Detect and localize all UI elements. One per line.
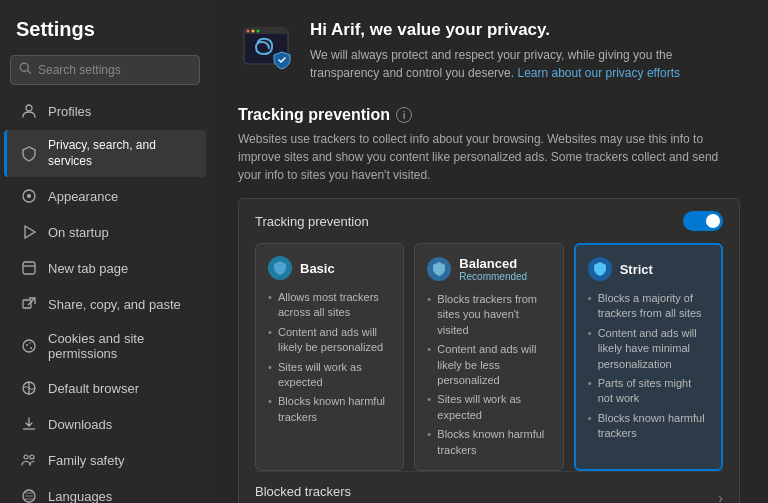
strict-bullet-2: Parts of sites might not work (588, 376, 709, 407)
sidebar-item-languages-label: Languages (48, 489, 112, 503)
tracking-toggle-label: Tracking prevention (255, 214, 369, 229)
balanced-bullet-0: Blocks trackers from sites you haven't v… (427, 292, 550, 338)
languages-icon (20, 487, 38, 503)
sidebar-item-cookies[interactable]: Cookies and site permissions (4, 323, 206, 369)
sidebar-item-downloads[interactable]: Downloads (4, 407, 206, 441)
balanced-bullets: Blocks trackers from sites you haven't v… (427, 292, 550, 458)
strict-bullet-0: Blocks a majority of trackers from all s… (588, 291, 709, 322)
hero-icon (238, 20, 294, 76)
sidebar-item-share[interactable]: Share, copy, and paste (4, 287, 206, 321)
profiles-icon (20, 102, 38, 120)
sidebar-item-startup-label: On startup (48, 225, 109, 240)
blocked-trackers-title: Blocked trackers (255, 484, 718, 499)
balanced-card-header: Balanced Recommended (427, 256, 550, 282)
strict-card-header: Strict (588, 257, 709, 281)
prevention-cards: Basic Allows most trackers across all si… (255, 243, 723, 471)
sidebar-item-appearance-label: Appearance (48, 189, 118, 204)
basic-card-header: Basic (268, 256, 391, 280)
balanced-title: Balanced (459, 256, 527, 271)
sidebar-item-family-label: Family safety (48, 453, 125, 468)
svg-point-13 (29, 342, 30, 343)
svg-rect-6 (23, 262, 35, 274)
sidebar-item-cookies-label: Cookies and site permissions (48, 331, 190, 361)
balanced-bullet-3: Blocks known harmful trackers (427, 427, 550, 458)
hero-description: We will always protect and respect your … (310, 46, 740, 82)
search-icon (19, 61, 32, 79)
svg-rect-27 (244, 28, 288, 34)
sidebar-item-profiles[interactable]: Profiles (4, 94, 206, 128)
svg-point-18 (30, 455, 34, 459)
sidebar-item-privacy[interactable]: Privacy, search, and services (4, 130, 206, 177)
sidebar-item-newtab[interactable]: New tab page (4, 251, 206, 285)
startup-icon (20, 223, 38, 241)
tracking-section-desc: Websites use trackers to collect info ab… (238, 130, 740, 184)
svg-point-28 (247, 30, 250, 33)
cookies-icon (20, 337, 38, 355)
sidebar-title: Settings (0, 0, 210, 51)
sidebar-item-startup[interactable]: On startup (4, 215, 206, 249)
strict-card[interactable]: Strict Blocks a majority of trackers fro… (574, 243, 723, 471)
privacy-link[interactable]: Learn about our privacy efforts (517, 66, 680, 80)
default-browser-icon (20, 379, 38, 397)
sidebar-item-privacy-label: Privacy, search, and services (48, 138, 190, 169)
sidebar-nav: Profiles Privacy, search, and services A… (0, 93, 210, 503)
basic-icon (268, 256, 292, 280)
svg-point-29 (252, 30, 255, 33)
balanced-card[interactable]: Balanced Recommended Blocks trackers fro… (414, 243, 563, 471)
sidebar-item-default[interactable]: Default browser (4, 371, 206, 405)
basic-bullet-1: Content and ads will likely be personali… (268, 325, 391, 356)
privacy-icon (20, 145, 38, 163)
svg-point-2 (26, 105, 32, 111)
balanced-icon (427, 257, 451, 281)
sidebar: Settings Profiles Privacy, search, and s… (0, 0, 210, 503)
basic-bullets: Allows most trackers across all sites Co… (268, 290, 391, 425)
blocked-trackers-row[interactable]: Blocked trackers View the sites that we'… (255, 471, 723, 503)
tracking-section-title: Tracking prevention i (238, 106, 740, 124)
tracking-prevention-box: Tracking prevention Basic Allows most tr… (238, 198, 740, 503)
sidebar-item-appearance[interactable]: Appearance (4, 179, 206, 213)
sidebar-item-newtab-label: New tab page (48, 261, 128, 276)
privacy-hero: Hi Arif, we value your privacy. We will … (238, 20, 740, 82)
hero-text: Hi Arif, we value your privacy. We will … (310, 20, 740, 82)
svg-line-1 (28, 71, 31, 74)
newtab-icon (20, 259, 38, 277)
tracking-toggle[interactable] (683, 211, 723, 231)
svg-point-30 (257, 30, 260, 33)
strict-icon (588, 257, 612, 281)
basic-title: Basic (300, 261, 335, 276)
sidebar-item-default-label: Default browser (48, 381, 139, 396)
svg-point-10 (23, 340, 35, 352)
sidebar-item-profiles-label: Profiles (48, 104, 91, 119)
basic-bullet-0: Allows most trackers across all sites (268, 290, 391, 321)
balanced-bullet-2: Sites will work as expected (427, 392, 550, 423)
basic-bullet-2: Sites will work as expected (268, 360, 391, 391)
sidebar-item-family[interactable]: Family safety (4, 443, 206, 477)
strict-bullet-3: Blocks known harmful trackers (588, 411, 709, 442)
basic-card[interactable]: Basic Allows most trackers across all si… (255, 243, 404, 471)
appearance-icon (20, 187, 38, 205)
strict-bullet-1: Content and ads will likely have minimal… (588, 326, 709, 372)
tracking-info-icon[interactable]: i (396, 107, 412, 123)
svg-point-17 (24, 455, 28, 459)
main-content: Hi Arif, we value your privacy. We will … (210, 0, 768, 503)
sidebar-item-share-label: Share, copy, and paste (48, 297, 181, 312)
hero-title: Hi Arif, we value your privacy. (310, 20, 740, 40)
search-input[interactable] (38, 63, 191, 77)
sidebar-item-languages[interactable]: Languages (4, 479, 206, 503)
svg-point-4 (27, 194, 31, 198)
family-icon (20, 451, 38, 469)
svg-point-12 (30, 347, 32, 349)
downloads-icon (20, 415, 38, 433)
blocked-trackers-chevron: › (718, 490, 723, 503)
svg-marker-5 (25, 226, 35, 238)
sidebar-search-box[interactable] (10, 55, 200, 85)
share-icon (20, 295, 38, 313)
strict-title: Strict (620, 262, 653, 277)
basic-bullet-3: Blocks known harmful trackers (268, 394, 391, 425)
svg-point-11 (26, 344, 28, 346)
tracking-toggle-row: Tracking prevention (255, 211, 723, 231)
balanced-bullet-1: Content and ads will likely be less pers… (427, 342, 550, 388)
balanced-subtitle: Recommended (459, 271, 527, 282)
sidebar-item-downloads-label: Downloads (48, 417, 112, 432)
strict-bullets: Blocks a majority of trackers from all s… (588, 291, 709, 442)
